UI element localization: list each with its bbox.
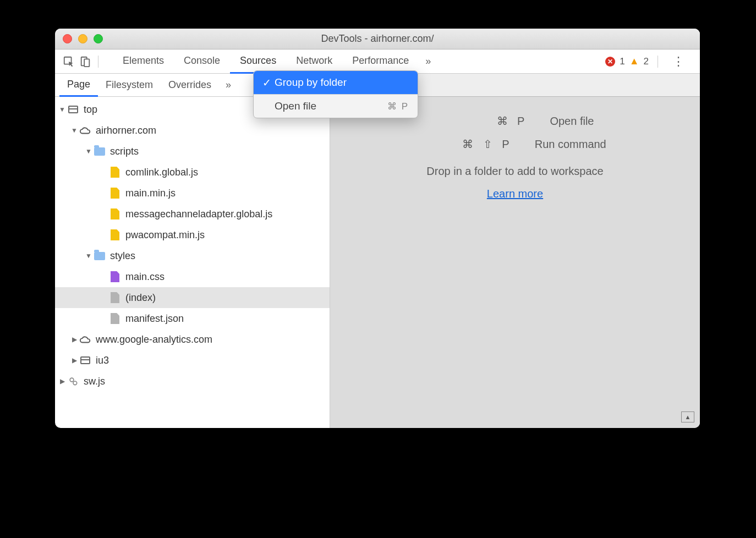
tree-node-domain[interactable]: airhorner.com xyxy=(55,120,330,141)
subtab-filesystem[interactable]: Filesystem xyxy=(98,74,161,96)
file-icon xyxy=(109,292,121,304)
cloud-icon xyxy=(79,124,91,136)
shortcut-keys: ⌘ ⇧ P xyxy=(462,138,512,151)
menu-item-group-by-folder[interactable]: ✓ Group by folder xyxy=(254,71,418,94)
drop-hint-text: Drop in a folder to add to workspace xyxy=(330,165,700,178)
tree-node-service-worker[interactable]: sw.js xyxy=(55,371,330,392)
tree-label: sw.js xyxy=(84,376,105,387)
disclosure-icon[interactable] xyxy=(85,147,92,155)
separator xyxy=(658,56,658,68)
frame-icon xyxy=(79,354,91,366)
tree-label: (index) xyxy=(125,292,156,304)
tree-label: pwacompat.min.js xyxy=(125,229,205,241)
svg-rect-2 xyxy=(84,59,89,67)
tree-node-scripts-folder[interactable]: scripts xyxy=(55,141,330,162)
file-tree: top airhorner.com scripts comlink.global… xyxy=(55,97,330,428)
inspect-element-icon[interactable] xyxy=(61,53,77,70)
titlebar: DevTools - airhorner.com/ xyxy=(55,29,700,50)
tab-performance[interactable]: Performance xyxy=(342,50,419,74)
tree-label: main.min.js xyxy=(125,188,176,199)
tree-node-file-selected[interactable]: (index) xyxy=(55,287,330,308)
tree-label: comlink.global.js xyxy=(125,167,198,178)
warning-icon: ▲ xyxy=(629,56,639,67)
menu-item-shortcut: ⌘ P xyxy=(387,101,409,112)
main-tabs: Elements Console Sources Network Perform… xyxy=(113,50,419,74)
tabs-overflow-icon[interactable]: » xyxy=(419,56,437,67)
js-file-icon xyxy=(109,187,121,199)
editor-pane: ⌘ P Open file ⌘ ⇧ P Run command Drop in … xyxy=(330,74,700,428)
tree-node-file[interactable]: pwacompat.min.js xyxy=(55,224,330,245)
separator xyxy=(98,56,98,68)
tab-network[interactable]: Network xyxy=(286,50,342,74)
settings-menu-icon[interactable]: ⋮ xyxy=(667,54,690,69)
toggle-drawer-icon[interactable]: ▲ xyxy=(681,411,694,422)
hint-label: Open file xyxy=(550,115,594,128)
error-icon: ✕ xyxy=(605,57,615,67)
tree-node-file[interactable]: manifest.json xyxy=(55,308,330,329)
warning-count: 2 xyxy=(644,56,649,67)
tree-node-file[interactable]: main.min.js xyxy=(55,183,330,204)
tree-node-domain[interactable]: www.google-analytics.com xyxy=(55,329,330,350)
tree-label: scripts xyxy=(110,146,139,157)
error-warning-counts[interactable]: ✕ 1 ▲ 2 ⋮ xyxy=(605,54,694,69)
js-file-icon xyxy=(109,208,121,220)
tree-label: top xyxy=(84,104,97,116)
disclosure-icon[interactable] xyxy=(70,356,78,364)
tree-label: main.css xyxy=(125,271,165,283)
disclosure-icon[interactable] xyxy=(85,252,92,260)
js-file-icon xyxy=(109,166,121,178)
subtab-page[interactable]: Page xyxy=(59,74,98,97)
menu-item-label: Group by folder xyxy=(275,76,347,89)
device-toggle-icon[interactable] xyxy=(77,53,94,70)
context-menu: ✓ Group by folder Open file ⌘ P xyxy=(253,70,418,118)
tree-label: manifest.json xyxy=(125,313,184,325)
subtab-overrides[interactable]: Overrides xyxy=(161,74,219,96)
tab-console[interactable]: Console xyxy=(174,50,230,74)
disclosure-icon[interactable] xyxy=(58,377,66,385)
gear-icon xyxy=(67,375,79,387)
tree-label: airhorner.com xyxy=(96,125,156,136)
tab-elements[interactable]: Elements xyxy=(113,50,174,74)
check-icon: ✓ xyxy=(262,76,275,89)
tab-sources[interactable]: Sources xyxy=(230,50,286,74)
tree-node-file[interactable]: main.css xyxy=(55,266,330,287)
menu-item-open-file[interactable]: Open file ⌘ P xyxy=(254,95,418,118)
tree-label: messagechanneladapter.global.js xyxy=(125,208,272,220)
frame-icon xyxy=(67,103,79,116)
error-count: 1 xyxy=(620,56,624,67)
folder-icon xyxy=(94,250,106,262)
menu-item-label: Open file xyxy=(275,100,316,112)
tree-label: iu3 xyxy=(96,355,109,366)
navigator-pane: Page Filesystem Overrides » ⋮ top airhor… xyxy=(55,74,330,428)
subtabs-overflow-icon[interactable]: » xyxy=(219,79,238,91)
svg-point-3 xyxy=(70,378,74,382)
disclosure-icon[interactable] xyxy=(70,127,78,134)
folder-icon xyxy=(94,145,106,157)
devtools-body: Page Filesystem Overrides » ⋮ top airhor… xyxy=(55,74,700,428)
hint-run-command: ⌘ ⇧ P Run command xyxy=(330,138,700,151)
disclosure-icon[interactable] xyxy=(70,336,78,343)
file-icon xyxy=(109,312,121,325)
tree-label: www.google-analytics.com xyxy=(96,334,212,345)
window-title: DevTools - airhorner.com/ xyxy=(55,33,700,45)
learn-more-link[interactable]: Learn more xyxy=(487,188,543,200)
js-file-icon xyxy=(109,229,121,241)
shortcut-keys: ⌘ P xyxy=(497,114,528,128)
tree-label: styles xyxy=(110,250,135,262)
tree-node-frame[interactable]: iu3 xyxy=(55,350,330,371)
tree-node-file[interactable]: messagechanneladapter.global.js xyxy=(55,204,330,224)
tree-node-file[interactable]: comlink.global.js xyxy=(55,162,330,183)
tree-node-styles-folder[interactable]: styles xyxy=(55,245,330,266)
css-file-icon xyxy=(109,271,121,283)
disclosure-icon[interactable] xyxy=(58,106,66,113)
svg-point-4 xyxy=(73,381,77,385)
cloud-icon xyxy=(79,333,91,345)
hint-label: Run command xyxy=(535,138,606,151)
